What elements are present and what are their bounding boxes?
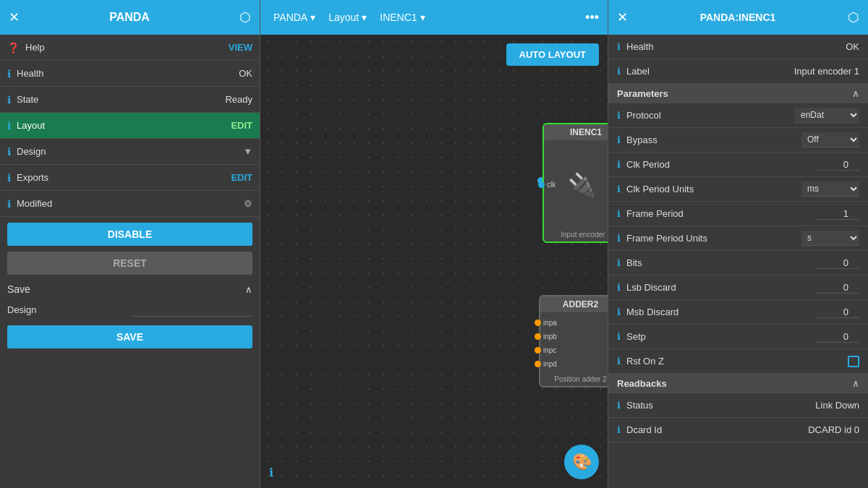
help-label: Help bbox=[25, 42, 229, 53]
bits-input[interactable] bbox=[816, 257, 859, 269]
save-design-row: Design bbox=[7, 299, 252, 320]
layout-value[interactable]: EDIT bbox=[231, 120, 252, 131]
lsb-discard-row: ℹ Lsb Discard bbox=[608, 275, 868, 300]
canvas-svg bbox=[260, 35, 608, 488]
clk-period-row: ℹ Clk Period bbox=[608, 153, 868, 177]
adder-port-inpb: inpb bbox=[543, 330, 557, 342]
save-section-header: Save ∧ bbox=[7, 283, 252, 295]
frame-period-row: ℹ Frame Period bbox=[608, 202, 868, 226]
left-expand-button[interactable]: ⬡ bbox=[239, 9, 251, 25]
design-label: Design bbox=[17, 146, 240, 157]
node-inenc1-title: INENC1 bbox=[544, 124, 608, 140]
save-chevron-icon[interactable]: ∧ bbox=[245, 284, 252, 295]
right-health-label: Health bbox=[626, 41, 846, 52]
adder-port-inpc-dot bbox=[535, 347, 541, 354]
frame-period-units-select[interactable]: smsus bbox=[801, 231, 859, 246]
health-row: ℹ Health OK bbox=[0, 61, 260, 87]
breadcrumb-layout[interactable]: Layout ▾ bbox=[324, 9, 371, 26]
node-inenc1[interactable]: INENC1 clk 🔌 a bbox=[542, 123, 608, 243]
frame-period-units-row: ℹ Frame Period Units smsus bbox=[608, 226, 868, 251]
help-row: ❓ Help VIEW bbox=[0, 35, 260, 61]
readbacks-chevron-icon: ∧ bbox=[852, 378, 859, 389]
lsb-discard-input[interactable] bbox=[816, 282, 859, 294]
gear-icon[interactable]: ⚙ bbox=[244, 198, 252, 209]
view-label[interactable]: VIEW bbox=[229, 42, 252, 53]
dcard-id-icon: ℹ bbox=[617, 424, 621, 435]
health-label: Health bbox=[17, 68, 239, 79]
more-options-icon[interactable]: ••• bbox=[585, 10, 599, 25]
bypass-icon: ℹ bbox=[617, 134, 621, 145]
lsb-discard-label: Lsb Discard bbox=[626, 282, 816, 293]
adder-port-inpa-dot bbox=[535, 320, 541, 326]
exports-value[interactable]: EDIT bbox=[231, 172, 252, 183]
port-clk-label: clk bbox=[547, 181, 556, 189]
parameters-section-header[interactable]: Parameters ∧ bbox=[608, 84, 868, 103]
setp-icon: ℹ bbox=[617, 331, 621, 342]
dcard-id-value: DCARD id 0 bbox=[808, 424, 859, 435]
port-clk-dot bbox=[538, 181, 545, 188]
right-panel-title: PANDA:INENC1 bbox=[628, 12, 848, 23]
breadcrumb-panda-label: PANDA bbox=[273, 12, 307, 23]
right-expand-button[interactable]: ⬡ bbox=[848, 9, 859, 25]
canvas-info-icon[interactable]: ℹ bbox=[269, 466, 273, 479]
right-health-value: OK bbox=[846, 41, 859, 52]
left-header: ✕ PANDA ⬡ bbox=[0, 0, 260, 35]
clk-period-input[interactable] bbox=[816, 159, 859, 171]
rst-on-z-row: ℹ Rst On Z bbox=[608, 349, 868, 374]
frame-period-input[interactable] bbox=[816, 208, 859, 220]
setp-input[interactable] bbox=[816, 331, 859, 343]
clk-period-label: Clk Period bbox=[626, 159, 816, 170]
setp-row: ℹ Setp bbox=[608, 325, 868, 349]
setp-label: Setp bbox=[626, 331, 816, 342]
breadcrumb-panda[interactable]: PANDA ▾ bbox=[269, 9, 320, 26]
adder-port-inpd: inpd bbox=[543, 358, 557, 369]
exports-info-icon: ℹ bbox=[7, 172, 11, 184]
msb-discard-label: Msb Discard bbox=[626, 307, 816, 317]
breadcrumb-inenc1-arrow: ▾ bbox=[420, 12, 425, 23]
breadcrumb-layout-arrow: ▾ bbox=[362, 12, 367, 23]
modified-info-icon: ℹ bbox=[7, 198, 11, 210]
node-adder2[interactable]: ADDER2 inpa inpb inpc bbox=[539, 295, 608, 388]
right-health-icon: ℹ bbox=[617, 41, 621, 52]
rst-on-z-checkbox[interactable] bbox=[848, 356, 859, 367]
breadcrumb-inenc1[interactable]: INENC1 ▾ bbox=[375, 9, 429, 26]
disable-button[interactable]: DISABLE bbox=[7, 223, 252, 246]
layout-row[interactable]: ℹ Layout EDIT bbox=[0, 113, 260, 139]
breadcrumb-panda-arrow: ▾ bbox=[310, 12, 315, 23]
protocol-icon: ℹ bbox=[617, 110, 621, 121]
node-inenc1-subtitle: Input encoder 1 bbox=[544, 229, 608, 241]
status-value: Link Down bbox=[815, 400, 859, 411]
adder-port-inpc: inpc bbox=[543, 344, 557, 356]
frame-period-units-icon: ℹ bbox=[617, 233, 621, 244]
middle-panel: PANDA ▾ Layout ▾ INENC1 ▾ ••• AUTO LAYOU… bbox=[260, 0, 608, 488]
dcard-id-row: ℹ Dcard Id DCARD id 0 bbox=[608, 418, 868, 442]
state-value: Ready bbox=[225, 94, 252, 105]
state-row: ℹ State Ready bbox=[0, 87, 260, 113]
lsb-discard-icon: ℹ bbox=[617, 282, 621, 293]
state-label: State bbox=[17, 94, 225, 105]
rst-on-z-icon: ℹ bbox=[617, 356, 621, 367]
paint-button[interactable]: 🎨 bbox=[564, 445, 599, 479]
right-close-button[interactable]: ✕ bbox=[617, 9, 628, 25]
auto-layout-button[interactable]: AUTO LAYOUT bbox=[506, 43, 599, 66]
frame-period-label: Frame Period bbox=[626, 208, 816, 219]
msb-discard-input[interactable] bbox=[816, 307, 859, 318]
design-dropdown-icon[interactable]: ▼ bbox=[243, 146, 252, 157]
bypass-row: ℹ Bypass OffOn bbox=[608, 128, 868, 153]
protocol-select[interactable]: enDatSSIQuadrature bbox=[795, 108, 859, 123]
right-header: ✕ PANDA:INENC1 ⬡ bbox=[608, 0, 868, 35]
left-close-button[interactable]: ✕ bbox=[9, 9, 20, 25]
save-button[interactable]: SAVE bbox=[7, 325, 252, 348]
health-info-icon: ℹ bbox=[7, 68, 11, 80]
clk-period-units-label: Clk Period Units bbox=[626, 184, 801, 194]
dcard-id-label: Dcard Id bbox=[626, 424, 808, 435]
clk-period-units-select[interactable]: msuss bbox=[801, 181, 859, 197]
exports-row: ℹ Exports EDIT bbox=[0, 165, 260, 191]
bypass-select[interactable]: OffOn bbox=[801, 132, 859, 147]
reset-button[interactable]: RESET bbox=[7, 252, 252, 275]
canvas-area[interactable]: AUTO LAYOUT INENC1 clk bbox=[260, 35, 608, 488]
readbacks-section-header[interactable]: Readbacks ∧ bbox=[608, 374, 868, 393]
save-design-input[interactable] bbox=[130, 302, 253, 317]
breadcrumb-layout-label: Layout bbox=[328, 12, 359, 23]
health-value: OK bbox=[239, 68, 252, 79]
